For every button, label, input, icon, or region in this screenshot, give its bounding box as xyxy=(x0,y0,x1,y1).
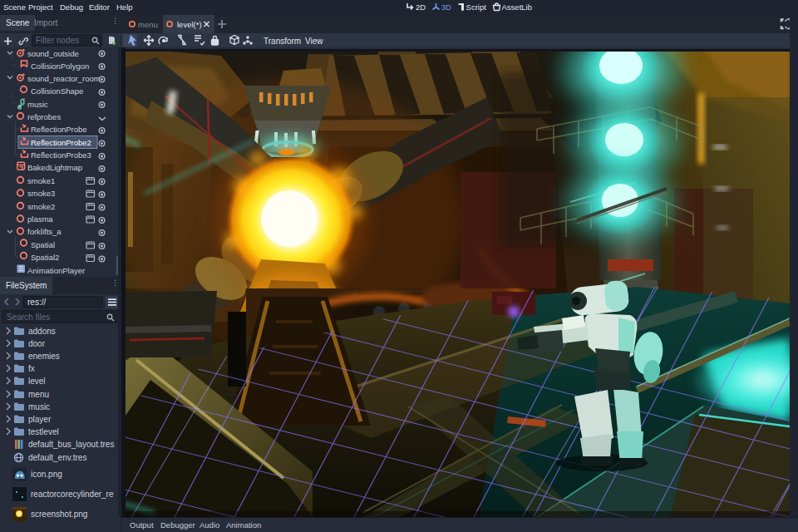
svg-text:menu: menu xyxy=(28,390,49,399)
svg-text:addons: addons xyxy=(28,327,56,336)
svg-text:default_env.tres: default_env.tres xyxy=(28,453,86,462)
svg-text:reactorcorecylinder_re: reactorcorecylinder_re xyxy=(31,490,114,499)
svg-text:fx: fx xyxy=(28,364,35,373)
svg-text:Transform: Transform xyxy=(264,37,301,46)
svg-text:enemies: enemies xyxy=(28,352,60,361)
svg-text:View: View xyxy=(305,37,323,46)
svg-text:level: level xyxy=(28,377,46,386)
svg-text:icon.png: icon.png xyxy=(31,470,62,479)
svg-text:default_bus_layout.tres: default_bus_layout.tres xyxy=(28,440,114,449)
svg-text:screenshot.png: screenshot.png xyxy=(31,510,87,519)
svg-text:level(*): level(*) xyxy=(177,20,202,29)
svg-text:menu: menu xyxy=(138,20,158,29)
svg-text:testlevel: testlevel xyxy=(28,427,59,436)
svg-text:music: music xyxy=(28,402,50,411)
svg-text:door: door xyxy=(28,339,46,348)
svg-text:player: player xyxy=(28,415,52,424)
